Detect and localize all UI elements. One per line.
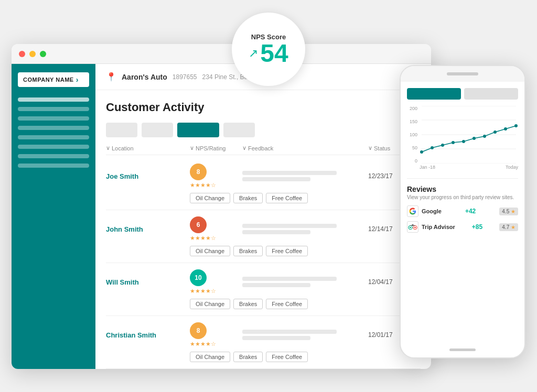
svg-point-12 <box>493 130 497 134</box>
mobile-tab-1[interactable] <box>407 88 461 100</box>
svg-point-10 <box>472 137 476 140</box>
tag: Brakes <box>233 352 263 362</box>
filter-tab-1[interactable] <box>106 123 137 137</box>
feedback-3 <box>242 330 368 340</box>
feedback-1 <box>242 224 368 234</box>
mobile-tab-2[interactable] <box>464 88 518 100</box>
svg-point-6 <box>431 146 434 149</box>
google-name: Google <box>422 208 442 214</box>
sidebar-item-5[interactable] <box>18 135 89 139</box>
review-row-tripadvisor: Trip Advisor +85 4.7 ★ <box>407 221 518 233</box>
feedback-2 <box>242 277 368 287</box>
location-name: Aaron's Auto <box>122 73 167 81</box>
table-row: Will Smith 10 ★★★★☆ 12/04/17 Oil ChangeB… <box>106 263 421 316</box>
mobile-mockup: 0 50 100 150 200 <box>400 65 525 358</box>
sidebar-item-4[interactable] <box>18 126 89 130</box>
filter-tab-4[interactable] <box>223 123 255 137</box>
feedback-line-1 <box>242 330 337 334</box>
mobile-content: 0 50 100 150 200 <box>401 82 524 342</box>
tag: Brakes <box>233 193 263 203</box>
col-feedback[interactable]: ∨ Feedback <box>242 145 368 151</box>
customer-rows: Joe Smith 8 ★★★★☆ 12/23/17 Oil ChangeBra… <box>106 157 421 369</box>
filter-tab-3[interactable] <box>177 123 219 137</box>
sidebar-item-6[interactable] <box>18 145 89 149</box>
tag: Oil Change <box>190 246 230 256</box>
table-row: John Smith 6 ★★★★☆ 12/14/17 Oil ChangeBr… <box>106 210 421 263</box>
tag: Free Coffee <box>266 193 308 203</box>
stars-0: ★★★★☆ <box>190 182 242 189</box>
nps-circle-3: 8 <box>190 322 207 339</box>
sidebar: COMPANY NAME › <box>12 64 95 369</box>
nps-circle-2: 10 <box>190 269 207 286</box>
customer-name-3[interactable]: Christian Smith <box>106 331 190 339</box>
sidebar-items <box>18 97 89 168</box>
tripadvisor-rating: 4.7 ★ <box>499 223 518 231</box>
tripadvisor-name: Trip Advisor <box>422 224 455 230</box>
nps-circle-0: 8 <box>190 164 207 180</box>
x-label-end: Today <box>506 165 518 170</box>
nps-col-0: 8 ★★★★☆ <box>190 164 242 189</box>
tag: Free Coffee <box>266 352 308 362</box>
svg-point-13 <box>504 127 507 130</box>
tags-row-0: Oil ChangeBrakesFree Coffee <box>106 193 421 203</box>
nps-circle-1: 6 <box>190 216 207 233</box>
browser-bar <box>12 44 431 64</box>
sidebar-item-8[interactable] <box>18 164 89 168</box>
filter-tab-2[interactable] <box>142 123 173 137</box>
stars-3: ★★★★☆ <box>190 341 242 347</box>
app-layout: COMPANY NAME › 📍 Aaron' <box>12 64 431 369</box>
svg-point-16 <box>410 227 411 228</box>
scene: NPS Score ↗ 54 COMPANY NAME › <box>12 13 525 379</box>
nps-score: 54 <box>260 41 288 66</box>
svg-point-8 <box>452 141 455 144</box>
nps-col-1: 6 ★★★★☆ <box>190 216 242 242</box>
tag: Oil Change <box>190 193 230 203</box>
location-id: 1897655 <box>173 73 197 81</box>
desktop-mockup: COMPANY NAME › 📍 Aaron' <box>12 44 431 369</box>
customer-name-1[interactable]: John Smith <box>106 225 190 233</box>
svg-point-19 <box>412 224 414 226</box>
table-header: ∨ Location ∨ NPS/Rating ∨ Feedback ∨ <box>106 141 421 155</box>
tag: Oil Change <box>190 352 230 362</box>
nps-bubble: NPS Score ↗ 54 <box>232 13 305 86</box>
table-row: Joe Smith 8 ★★★★☆ 12/23/17 Oil ChangeBra… <box>106 157 421 210</box>
sidebar-item-3[interactable] <box>18 116 89 121</box>
chart-svg <box>420 106 518 164</box>
stars-2: ★★★★☆ <box>190 288 242 295</box>
company-name: COMPANY NAME <box>23 77 74 83</box>
maximize-dot[interactable] <box>40 51 46 57</box>
company-arrow-icon: › <box>76 75 79 84</box>
review-logo-tripadvisor: Trip Advisor <box>407 221 455 233</box>
tag: Free Coffee <box>266 246 308 256</box>
chart-area: 0 50 100 150 200 <box>407 106 518 170</box>
feedback-line-2 <box>242 230 310 234</box>
sidebar-item-1[interactable] <box>18 97 89 102</box>
nps-score-row: ↗ 54 <box>249 41 288 66</box>
page-title: Customer Activity <box>106 101 204 114</box>
feedback-line-2 <box>242 336 310 340</box>
minimize-dot[interactable] <box>29 51 36 57</box>
svg-point-5 <box>420 150 423 154</box>
y-axis: 0 50 100 150 200 <box>407 106 420 164</box>
home-indicator <box>449 349 476 351</box>
reviews-title: Reviews <box>407 185 518 193</box>
company-logo: COMPANY NAME › <box>18 72 89 87</box>
google-rating: 4.5 ★ <box>499 208 518 215</box>
tag: Brakes <box>233 299 263 309</box>
sidebar-item-2[interactable] <box>18 107 89 111</box>
customer-name-0[interactable]: Joe Smith <box>106 172 190 180</box>
col-nps[interactable]: ∨ NPS/Rating <box>190 145 242 151</box>
x-axis-row: Jan -18 Today <box>407 165 518 170</box>
close-dot[interactable] <box>19 51 25 57</box>
tags-row-3: Oil ChangeBrakesFree Coffee <box>106 352 421 362</box>
tripadvisor-icon <box>407 221 418 233</box>
feedback-line-1 <box>242 171 337 175</box>
col-location[interactable]: ∨ Location <box>106 145 190 151</box>
svg-point-14 <box>514 124 518 127</box>
sidebar-item-7[interactable] <box>18 154 89 158</box>
nps-trend-icon: ↗ <box>249 47 258 60</box>
feedback-line-2 <box>242 177 310 181</box>
customer-name-2[interactable]: Will Smith <box>106 278 190 286</box>
feedback-line-2 <box>242 283 310 287</box>
mobile-notch <box>447 72 478 75</box>
